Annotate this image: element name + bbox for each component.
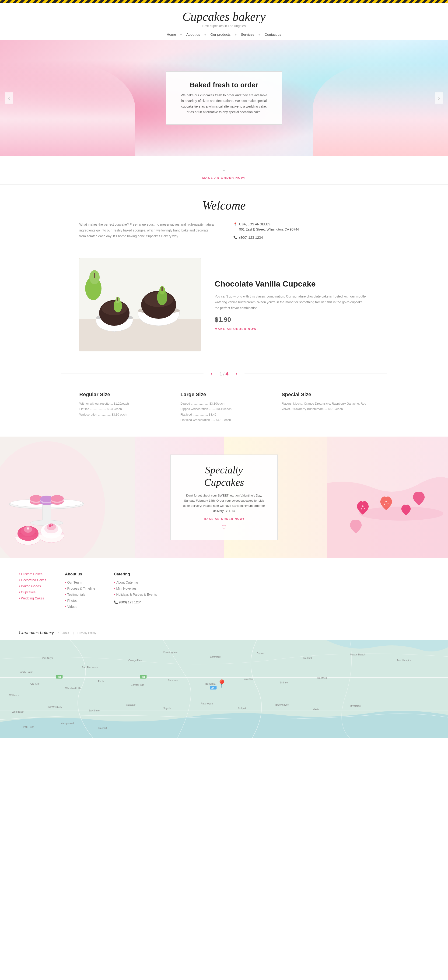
warning-stripe (0, 0, 448, 3)
make-order-link[interactable]: MAKE AN ORDER NOW! (202, 176, 246, 180)
svg-point-51 (388, 503, 389, 504)
footer-privacy-link[interactable]: Privacy Policy (78, 631, 96, 635)
product-description: You can't go wrong with this classic com… (214, 294, 369, 311)
svg-text:495: 495 (57, 676, 61, 678)
footer-year: 2016 (62, 631, 69, 635)
nav-services[interactable]: Services (237, 32, 259, 37)
footer-catering-title: Catering (114, 572, 157, 577)
nav-home[interactable]: Home (162, 32, 180, 37)
footer-testimonials-link[interactable]: Testimonials (67, 593, 85, 597)
nav-dot-3: ◆ (235, 33, 237, 36)
svg-text:Bellport: Bellport (238, 707, 246, 710)
svg-text:Mastic: Mastic (313, 708, 319, 711)
nav-products[interactable]: Our products (206, 32, 235, 37)
svg-text:Brookhaven: Brookhaven (275, 703, 289, 706)
size-regular: Regular Size With or without rosette ...… (79, 391, 166, 423)
map-section: Sandy Point Van Nuys San Fernando Canoga… (0, 640, 448, 738)
nav-about[interactable]: About us (182, 32, 204, 37)
footer-phone-number: (800) 123 1234 (119, 600, 141, 604)
cta-section: ↓ MAKE AN ORDER NOW! (0, 156, 448, 185)
hero-prev-button[interactable]: ‹ (5, 92, 13, 103)
svg-text:27: 27 (211, 686, 214, 689)
footer-custom-cakes-link[interactable]: Custom Cakes (21, 572, 43, 576)
svg-text:📍: 📍 (216, 679, 227, 689)
footer-col-catering: Catering About Catering Mini Novelties H… (114, 572, 157, 611)
svg-text:Encino: Encino (98, 680, 105, 683)
svg-point-49 (361, 508, 362, 510)
map-pin-icon: 📍 (234, 222, 237, 227)
footer-process-timeline: Process & Timeline (65, 586, 95, 590)
footer-cupcakes-link[interactable]: Cupcakes (21, 590, 35, 594)
address-text: USA, LOS ANGELES, 901 East E Street, Wil… (239, 222, 299, 232)
footer-products-list: Custom Cakes Decorated Cakes Baked Goods… (19, 572, 46, 600)
footer-process-timeline-link[interactable]: Process & Timeline (67, 587, 95, 590)
svg-text:495: 495 (141, 676, 145, 678)
footer-catering-list: About Catering Mini Novelties Holidays &… (114, 580, 157, 597)
svg-point-44 (52, 524, 54, 526)
heart-icon: ♡ (182, 524, 266, 530)
nav-dot-4: ◆ (259, 33, 261, 36)
site-subtitle: Best cupcakes in Los Angeles (5, 24, 443, 28)
product-order-link[interactable]: MAKE AN ORDER NOW! (214, 327, 258, 331)
svg-point-50 (386, 501, 387, 502)
address-block: 📍 USA, LOS ANGELES, 901 East E Street, W… (234, 222, 369, 232)
footer-about-catering: About Catering (114, 580, 157, 584)
footer-col-about: About us Our Team Process & Timeline Tes… (65, 572, 95, 611)
pagination-info: 1 / 4 (219, 371, 228, 377)
product-price: $1.90 (214, 316, 369, 323)
welcome-text: What makes the perfect cupcake? Free-ran… (79, 222, 214, 239)
phone-number: (800) 123 1234 (239, 235, 263, 239)
footer-holidays-link[interactable]: Holidays & Parties & Events (116, 593, 157, 597)
specialty-right-image (327, 437, 448, 558)
specialty-text: Don't forget about your SWEETheart on Va… (182, 493, 266, 514)
footer-testimonials: Testimonials (65, 592, 95, 597)
footer-mini-novelties-link[interactable]: Mini Novelties (116, 587, 137, 590)
specialty-order-link[interactable]: MAKE AN ORDER NOW! (182, 517, 266, 520)
svg-text:Medford: Medford (303, 657, 312, 659)
size-special-details: Flavors: Mocha, Orange Dreamsicle, Raspb… (282, 401, 369, 412)
pagination-prev[interactable]: ‹ (210, 370, 213, 377)
specialty-box: Specialty Cupcakes Don't forget about yo… (170, 455, 278, 540)
nav-contact[interactable]: Contact us (261, 32, 286, 37)
nav-dot-2: ◆ (204, 33, 206, 36)
footer-about-catering-link[interactable]: About Catering (116, 581, 138, 584)
svg-text:Oakdale: Oakdale (126, 703, 135, 706)
svg-point-52 (384, 504, 385, 505)
svg-point-38 (27, 527, 29, 530)
footer-bottom: Cupcakes bakery • 2016 | Privacy Policy (0, 625, 448, 640)
svg-text:Farmingdale: Farmingdale (163, 651, 178, 654)
size-large-details: Dipped ..................... $3.10/each … (180, 401, 267, 423)
pagination-next[interactable]: › (235, 370, 238, 377)
footer-photos-link[interactable]: Photos (67, 599, 78, 603)
svg-text:San Fernando: San Fernando (82, 666, 98, 669)
svg-rect-18 (94, 273, 95, 278)
svg-text:Calverton: Calverton (243, 678, 253, 680)
specialty-left-image (0, 437, 135, 558)
svg-text:Moriches: Moriches (317, 677, 327, 679)
product-info: Chocolate Vanilla Cupcake You can't go w… (214, 278, 369, 331)
footer-videos-link[interactable]: Videos (67, 605, 77, 609)
svg-text:Bay Shore: Bay Shore (89, 710, 100, 712)
footer-sep-2: | (73, 631, 73, 635)
svg-text:Freeport: Freeport (98, 727, 107, 729)
footer-brand: Cupcakes bakery (19, 630, 54, 636)
footer-our-team-link[interactable]: Our Team (67, 581, 81, 584)
svg-rect-8 (118, 297, 118, 301)
footer-cupcakes: Cupcakes (19, 590, 46, 594)
pagination-separator: / (223, 372, 226, 376)
hero-cupcakes-right (313, 63, 448, 156)
footer-custom-cakes: Custom Cakes (19, 572, 46, 576)
footer-decorated-cakes: Decorated Cakes (19, 578, 46, 582)
svg-text:Riverside: Riverside (350, 705, 361, 707)
footer-decorated-cakes-link[interactable]: Decorated Cakes (21, 578, 46, 582)
map-svg: Sandy Point Van Nuys San Fernando Canoga… (0, 640, 448, 738)
size-special: Special Size Flavors: Mocha, Orange Drea… (282, 391, 369, 423)
svg-point-42 (47, 523, 56, 530)
footer-videos: Videos (65, 605, 95, 609)
footer-wedding-cakes-link[interactable]: Wedding Cakes (21, 597, 44, 600)
site-header: Cupcakes bakery Best cupcakes in Los Ang… (0, 3, 448, 30)
svg-text:Old Cliff: Old Cliff (30, 682, 40, 685)
footer-baked-goods-link[interactable]: Baked Goods (21, 584, 41, 588)
footer-holidays: Holidays & Parties & Events (114, 592, 157, 597)
hero-next-button[interactable]: › (435, 92, 443, 103)
